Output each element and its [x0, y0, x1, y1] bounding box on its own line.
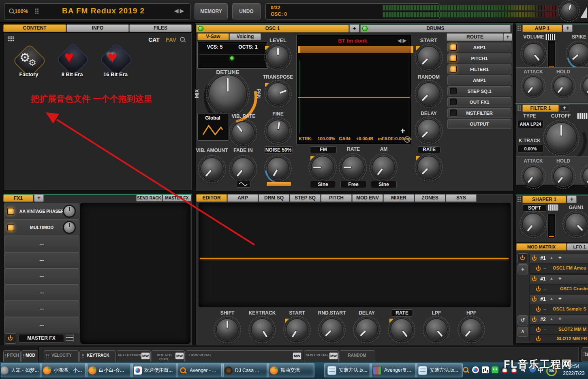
random-knob[interactable]: [418, 83, 440, 105]
route-checkbox-mstfilter[interactable]: [450, 109, 457, 116]
master-fx-bottom-button[interactable]: MASTER FX: [19, 334, 64, 343]
tab-info[interactable]: INFO: [66, 24, 129, 32]
mod-add-icon[interactable]: +: [558, 316, 562, 322]
transpose-knob[interactable]: [267, 83, 289, 104]
mod-power-icon[interactable]: [531, 317, 537, 323]
soft-knob[interactable]: [523, 214, 544, 235]
taskbar-item-1[interactable]: 大笨 - 如梦...: [1, 363, 42, 377]
tab-pitch[interactable]: PITCH: [321, 194, 352, 202]
spike-knob[interactable]: [569, 44, 588, 64]
taskbar-item-7[interactable]: 舞曲交流: [267, 363, 314, 377]
sample-add-icon[interactable]: +: [400, 126, 405, 136]
fx-slot-7[interactable]: ---: [4, 301, 79, 317]
noise-knob[interactable]: [267, 158, 289, 179]
vsaw-tab[interactable]: V-Saw: [197, 33, 229, 40]
taskbar-item-9[interactable]: Avenger复...: [370, 363, 417, 377]
mod-target-name[interactable]: OSC1 Sample S: [553, 306, 588, 311]
hpf-knob[interactable]: [461, 319, 482, 340]
taskbar-item-2[interactable]: 小潘潘、小...: [40, 363, 88, 377]
rnd-start-knob[interactable]: [321, 319, 342, 340]
preset-prev-next-arrows[interactable]: ◀ ▶: [170, 8, 188, 14]
voicing-tab[interactable]: Voicing: [229, 33, 261, 40]
route-item-arp1[interactable]: ARP1: [447, 43, 511, 52]
mod-power-icon[interactable]: [531, 276, 537, 282]
route-checkbox-pitch1[interactable]: [450, 55, 457, 62]
master-volume-knob[interactable]: [561, 3, 577, 19]
sample-prev-next-arrows[interactable]: ◀ ▶: [394, 38, 410, 43]
mod-target-power-icon[interactable]: [535, 336, 541, 342]
vib-rate-knob[interactable]: [232, 122, 254, 144]
shaper-slider[interactable]: [548, 214, 555, 238]
memory-button[interactable]: MEMORY: [195, 3, 228, 19]
fx-slot-2-enable[interactable]: [7, 224, 14, 231]
filter-hold-knob[interactable]: [554, 167, 573, 186]
route-add-button[interactable]: +: [503, 33, 512, 41]
mod-add-icon[interactable]: +: [558, 295, 562, 302]
fx-slot-5[interactable]: ---: [4, 268, 79, 285]
route-item-pitch1[interactable]: PITCH1: [447, 54, 511, 63]
taskbar-item-4[interactable]: 欢迎使用百...: [130, 363, 178, 377]
shaper1-drag-handle[interactable]: [517, 196, 521, 202]
route-item-amp1[interactable]: AMP1: [447, 75, 511, 85]
route-checkbox-stepsq1[interactable]: [450, 88, 457, 94]
am-amount-knob[interactable]: [372, 156, 394, 178]
noise-level-bar[interactable]: [266, 182, 291, 186]
am-wave-badge[interactable]: Sine: [371, 181, 397, 188]
lfo1-drag-handle[interactable]: [569, 244, 572, 248]
vib-amount-knob[interactable]: [201, 158, 223, 180]
filter-knob-clipped[interactable]: [583, 167, 588, 186]
fx-slot-4[interactable]: ---: [4, 252, 79, 268]
tab-mod-env[interactable]: MOD ENV: [352, 194, 383, 202]
mod-target-power-icon[interactable]: [535, 306, 541, 313]
fx-slot-1-enable[interactable]: [7, 208, 14, 215]
tab-mixer[interactable]: MIXER: [383, 194, 414, 202]
filter-type-value[interactable]: ANA LP24: [517, 120, 543, 128]
mod-add-icon[interactable]: +: [558, 255, 562, 261]
rate2-knob[interactable]: [418, 156, 440, 178]
fm-rate-knob[interactable]: [342, 156, 364, 178]
undo-button[interactable]: UNDO: [232, 3, 261, 19]
no-loop-icon[interactable]: [404, 136, 411, 143]
tab-files[interactable]: FILES: [129, 24, 192, 32]
tab-step-sq[interactable]: STEP SQ: [290, 194, 321, 202]
keytrack-knob[interactable]: [252, 319, 273, 340]
fx-slot-2-knob[interactable]: [64, 222, 75, 233]
mod-target-name[interactable]: SLOT2 MM FR: [557, 336, 588, 341]
taskbar-item-5[interactable]: Avenger - ...: [176, 363, 224, 377]
osc1-led[interactable]: [198, 26, 203, 31]
fx-slot-8[interactable]: ---: [4, 317, 79, 333]
cutoff-knob[interactable]: [546, 123, 576, 153]
aftertouch-mw-badge[interactable]: MW: [141, 352, 150, 360]
mod-add-icon[interactable]: +: [558, 275, 562, 281]
taskbar-item-10[interactable]: 安装方法.tx...: [415, 363, 463, 377]
ktrk-value[interactable]: 100.00%: [314, 136, 338, 141]
fade-in-knob[interactable]: [232, 158, 254, 180]
tab-zones[interactable]: ZONES: [415, 194, 445, 202]
clock-date[interactable]: 2022/7/23: [561, 370, 586, 376]
fx-list-icon[interactable]: [66, 334, 74, 342]
tab-sys[interactable]: SYS: [446, 194, 477, 202]
mod-target-power-icon[interactable]: [535, 286, 541, 292]
amp-hold-knob[interactable]: [554, 77, 573, 96]
fine-knob[interactable]: [267, 120, 289, 141]
route-item-stepsq1[interactable]: STEP SQ.1: [447, 86, 511, 96]
lpf-knob[interactable]: [426, 319, 447, 340]
amp-velocity-slider[interactable]: [548, 41, 555, 69]
editor-display[interactable]: [199, 203, 511, 307]
route-item-mstfilter[interactable]: MST.FILTER: [447, 108, 511, 118]
filter-add-button[interactable]: +: [560, 104, 569, 112]
noise-badge[interactable]: NOISE 50%: [264, 146, 293, 154]
tab-editor[interactable]: EDITOR: [196, 194, 227, 202]
mod-target-name[interactable]: SLOT2 MM M: [558, 327, 588, 332]
amp-add-button[interactable]: +: [563, 24, 573, 32]
drums-header-tab[interactable]: DRUMS: [360, 25, 511, 32]
fm-amount-knob[interactable]: [312, 156, 334, 178]
route-item-filter1[interactable]: FILTER1: [447, 64, 511, 74]
route-checkbox-outfx1[interactable]: [450, 98, 457, 105]
start2-knob[interactable]: [287, 319, 308, 340]
detune-knob[interactable]: [209, 75, 246, 113]
taskbar-item-8[interactable]: 安装方法.tx...: [324, 363, 372, 377]
tray-netdisk-icon[interactable]: [472, 366, 479, 373]
breath-mw-badge[interactable]: MW: [175, 352, 184, 360]
delay2-knob[interactable]: [356, 319, 377, 340]
